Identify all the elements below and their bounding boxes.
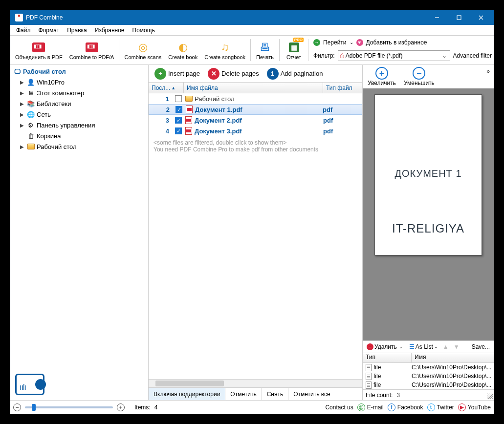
menu-favorites[interactable]: Избранное	[91, 26, 129, 35]
logo-icon	[15, 374, 44, 395]
add-pagination-button[interactable]: 1Add pagination	[264, 67, 326, 81]
print-button[interactable]: 🖶 Печать	[253, 40, 277, 61]
queue-row[interactable]: fileC:\Users\Win10Pro\Desktop\...	[363, 372, 494, 381]
list-row[interactable]: 4 ✓ Документ 3.pdf pdf	[149, 126, 362, 136]
maximize-button[interactable]	[448, 10, 470, 25]
youtube-link[interactable]: ▶YouTube	[458, 403, 491, 411]
expand-icon[interactable]: »	[486, 68, 490, 75]
queue-delete-label: Удалить	[374, 343, 397, 350]
status-zoom-out[interactable]: −	[13, 403, 21, 411]
email-link[interactable]: @E-mail	[357, 403, 384, 411]
zoom-slider[interactable]	[25, 406, 113, 408]
row-number: 2	[149, 106, 174, 113]
tree-label: Корзина	[37, 132, 61, 140]
facebook-link[interactable]: fFacebook	[388, 403, 423, 411]
zoom-in-button[interactable]: +Увеличить	[368, 67, 396, 86]
row-checkbox[interactable]: ✓	[175, 127, 182, 134]
tree-item-trash[interactable]: 🗑Корзина	[10, 130, 148, 141]
go-link[interactable]: Перейти	[323, 39, 347, 46]
check-button[interactable]: Отметить	[225, 388, 262, 400]
queue-col-type[interactable]: Тип	[363, 353, 412, 362]
center-panel: +Insert page ✕Delete pages 1Add paginati…	[149, 65, 363, 400]
row-checkbox[interactable]: ✓	[175, 117, 182, 124]
queue-delete-button[interactable]: −Удалить⌄	[365, 343, 405, 350]
list-row[interactable]: 1 Рабочий стол	[149, 93, 362, 104]
queue-down-button[interactable]: ▼	[452, 343, 461, 350]
menu-file[interactable]: Файл	[12, 26, 35, 35]
row-filename: Документ 2.pdf	[194, 117, 323, 124]
report-button[interactable]: ▦PRO Отчет	[282, 40, 306, 61]
file-list: 1 Рабочий стол 2 ✓ Документ 1.pdf pdf 3 …	[149, 93, 362, 379]
queue-save-button[interactable]: Save...	[470, 343, 492, 350]
tree-item-pc[interactable]: ▶🖥Этот компьютер	[10, 87, 148, 98]
queue-row[interactable]: fileC:\Users\Win10Pro\Desktop\...	[363, 381, 494, 389]
close-button[interactable]	[470, 10, 492, 25]
queue-row[interactable]: fileC:\Users\Win10Pro\Desktop\...	[363, 363, 494, 372]
tree-root-label: Рабочий стол	[23, 68, 66, 75]
menu-help[interactable]: Помощь	[129, 26, 159, 35]
combine-pdf-button[interactable]: Объединить в PDF	[12, 40, 66, 61]
row-number: 3	[149, 117, 173, 124]
contact-label: Contact us	[325, 404, 353, 411]
create-songbook-button[interactable]: ♫ Create songbook	[201, 40, 248, 61]
pdfa-icon	[86, 42, 98, 52]
advanced-filter-link[interactable]: Advanced filter	[453, 52, 492, 59]
list-row[interactable]: 2 ✓ Документ 1.pdf pdf	[149, 104, 362, 115]
col-number[interactable]: Посл...▲	[149, 83, 184, 93]
row-checkbox[interactable]: ✓	[175, 106, 182, 113]
add-favorite-link[interactable]: Добавить в избранное	[366, 39, 427, 46]
list-row[interactable]: 3 ✓ Документ 2.pdf pdf	[149, 115, 362, 126]
delete-pages-button[interactable]: ✕Delete pages	[205, 67, 262, 81]
create-book-button[interactable]: ◐ Create book	[165, 40, 200, 61]
app-icon	[15, 14, 23, 21]
insert-page-button[interactable]: +Insert page	[152, 67, 203, 81]
filter-dropdown[interactable]: ⎙ Adobe PDF file (*.pdf)	[338, 50, 450, 61]
row-number: 4	[149, 127, 173, 135]
check-all-button[interactable]: Отметить все	[288, 388, 335, 400]
zoom-out-button[interactable]: −Уменьшить	[404, 67, 435, 86]
queue-view-button[interactable]: ☰As List⌄	[407, 343, 440, 350]
resize-grip[interactable]	[487, 393, 493, 399]
row-checkbox[interactable]	[175, 95, 182, 102]
tree-item-desktop[interactable]: ▶Рабочий стол	[10, 141, 148, 152]
book-icon: ◐	[178, 41, 188, 54]
minus-red-icon: −	[367, 343, 373, 350]
right-panel: +Увеличить −Уменьшить » ДОКУМЕНТ 1 IT-RE…	[363, 65, 494, 400]
add-pagination-label: Add pagination	[281, 70, 323, 77]
facebook-icon: f	[388, 403, 395, 411]
queue-col-name[interactable]: Имя	[412, 353, 494, 362]
tree-item-control-panel[interactable]: ▶⚙Панель управления	[10, 120, 148, 130]
arrow-up-icon: ▲	[443, 343, 449, 350]
horizontal-scrollbar[interactable]	[149, 380, 362, 387]
filter-value: Adobe PDF file (*.pdf)	[346, 52, 403, 59]
queue-list: fileC:\Users\Win10Pro\Desktop\... fileC:…	[363, 363, 494, 389]
preview-title: ДОКУМЕНТ 1	[375, 168, 482, 179]
menu-edit[interactable]: Правка	[63, 26, 91, 35]
combine-scans-button[interactable]: ◎ Combine scans	[121, 40, 164, 61]
uncheck-button[interactable]: Снять	[262, 388, 289, 400]
svg-rect-1	[457, 16, 461, 20]
menubar: Файл Формат Правка Избранное Помощь	[10, 25, 494, 36]
minimize-button[interactable]	[426, 10, 448, 25]
tree-item-libraries[interactable]: ▶📚Библиотеки	[10, 98, 148, 109]
x-icon: ✕	[208, 68, 219, 80]
twitter-link[interactable]: tTwitter	[427, 403, 454, 411]
pdf-icon	[185, 116, 192, 124]
user-icon: 👤	[27, 78, 35, 86]
email-icon: @	[357, 403, 365, 411]
tree-root[interactable]: 🖵 Рабочий стол	[10, 66, 148, 77]
sidebar-logo	[10, 369, 148, 400]
include-subdirs-button[interactable]: Включая поддиректории	[149, 388, 225, 400]
queue-up-button[interactable]: ▲	[441, 343, 451, 350]
tree-item-network[interactable]: ▶🌐Сеть	[10, 109, 148, 120]
col-type[interactable]: Тип файл	[323, 83, 362, 93]
folder-icon	[185, 96, 193, 102]
zoom-tools: +Увеличить −Уменьшить »	[363, 65, 494, 88]
status-zoom-in[interactable]: +	[117, 403, 125, 411]
col-name[interactable]: Имя файла	[184, 83, 323, 93]
queue-toolbar: −Удалить⌄ ☰As List⌄ ▲ ▼ Save...	[363, 340, 494, 353]
combine-pdfa-button[interactable]: Combine to PDF/A	[66, 40, 117, 61]
queue-type: file	[373, 364, 412, 371]
menu-format[interactable]: Формат	[35, 26, 64, 35]
tree-item-user[interactable]: ▶👤Win10Pro	[10, 77, 148, 87]
